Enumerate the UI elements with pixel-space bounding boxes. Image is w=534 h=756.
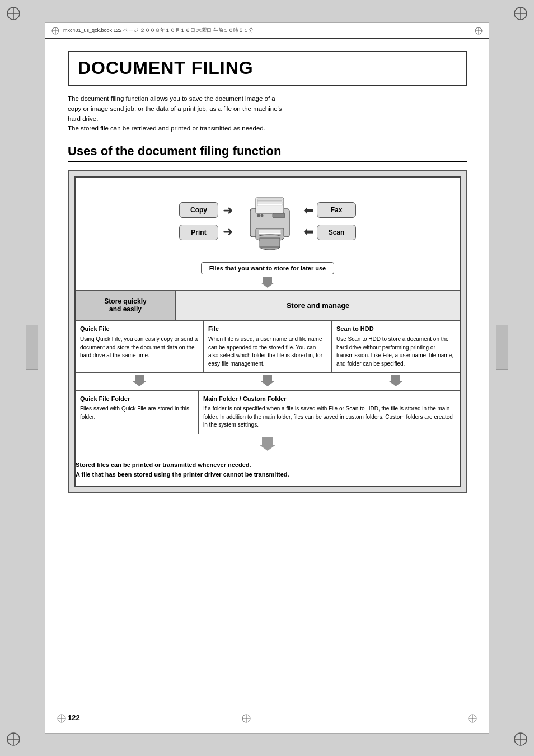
- svg-rect-26: [259, 232, 281, 234]
- copy-button: Copy: [179, 202, 218, 218]
- quick-file-title: Quick File: [80, 325, 199, 332]
- svg-marker-37: [259, 437, 276, 451]
- main-folder-text: If a folder is not specified when a file…: [203, 405, 455, 430]
- quick-file-folder-col: Quick File Folder Files saved with Quick…: [76, 391, 199, 434]
- main-folder-title: Main Folder / Custom Folder: [203, 395, 455, 402]
- inner-reg-tr: [474, 26, 483, 35]
- quick-file-folder-title: Quick File Folder: [80, 395, 194, 402]
- main-content: DOCUMENT FILING The document filing func…: [68, 40, 467, 493]
- arrow-cell-3: [331, 375, 460, 388]
- store-quick-label: Store quickly and easily: [76, 291, 176, 320]
- quick-file-text: Using Quick File, you can easily copy or…: [80, 335, 199, 360]
- arrow-down-svg-1: [261, 277, 274, 288]
- reg-mark-tl: [6, 6, 21, 25]
- print-button: Print: [179, 225, 218, 240]
- svg-rect-22: [257, 201, 282, 203]
- right-sources: Fax Scan: [317, 202, 356, 240]
- title-box: DOCUMENT FILING: [68, 51, 467, 86]
- arrow-cell-2: [204, 375, 332, 388]
- file-text: When File is used, a user name and file …: [208, 335, 327, 368]
- arrow-down-2: [261, 375, 274, 386]
- main-folder-col: Main Folder / Custom Folder If a folder …: [199, 391, 460, 434]
- svg-marker-33: [261, 277, 274, 288]
- footer-line1: Stored files can be printed or transmitt…: [76, 461, 251, 468]
- arrow-down-3: [389, 375, 402, 386]
- printer-image: [242, 186, 298, 255]
- printer-svg: [242, 186, 298, 254]
- scan-hdd-title: Scan to HDD: [336, 325, 455, 332]
- svg-rect-28: [256, 236, 284, 238]
- right-arrows: ⬅ ⬅: [303, 203, 313, 239]
- page-title: DOCUMENT FILING: [78, 58, 457, 78]
- final-arrow-svg: [259, 437, 276, 451]
- reg-mark-tr: [513, 6, 528, 25]
- reg-mark-br: [513, 731, 528, 750]
- files-label: Files that you want to store for later u…: [201, 262, 334, 274]
- svg-point-31: [257, 214, 260, 217]
- files-label-row: Files that you want to store for later u…: [76, 259, 460, 274]
- bottom-reg-right: [467, 713, 477, 725]
- intro-text: The document filing function allows you …: [68, 94, 467, 134]
- arrow-down-1: [133, 375, 146, 386]
- side-rect-right: [496, 325, 508, 370]
- inner-diagram: Copy Print ➜ ➜: [74, 176, 461, 487]
- quick-file-folder-text: Files saved with Quick File are stored i…: [80, 405, 194, 421]
- svg-marker-35: [261, 375, 274, 386]
- intro-line3: hard drive.: [68, 115, 98, 122]
- svg-marker-34: [133, 375, 146, 386]
- fax-arrow: ⬅: [303, 203, 313, 218]
- footer-text: Stored files can be printed or transmitt…: [76, 455, 460, 486]
- svg-marker-36: [389, 375, 402, 386]
- sources-row: Copy Print ➜ ➜: [76, 178, 460, 259]
- svg-rect-23: [257, 203, 282, 206]
- left-sources: Copy Print: [179, 202, 218, 240]
- quick-file-col: Quick File Using Quick File, you can eas…: [76, 321, 204, 372]
- svg-rect-24: [273, 213, 285, 218]
- diagram-wrapper: Copy Print ➜ ➜: [68, 170, 467, 493]
- final-arrow-row: [76, 434, 460, 455]
- bottom-reg-far-left: [57, 713, 67, 725]
- file-col: File When File is used, a user name and …: [204, 321, 332, 372]
- arrows-row: [76, 373, 460, 390]
- bottom-reg-left: [241, 713, 251, 725]
- scan-hdd-text: Use Scan to HDD to store a document on t…: [336, 335, 455, 368]
- store-manage-label: Store and manage: [176, 291, 460, 320]
- down-arrow-1: [76, 274, 460, 290]
- inner-reg-tl: [51, 26, 60, 35]
- reg-mark-bl: [6, 731, 21, 750]
- section-heading: Uses of the document filing function: [68, 144, 467, 162]
- svg-rect-21: [257, 199, 282, 201]
- svg-point-32: [261, 214, 264, 217]
- arrow-cell-1: [76, 375, 204, 388]
- intro-line2: copy or image send job, or the data of a…: [68, 105, 282, 112]
- svg-rect-25: [259, 230, 281, 232]
- print-arrow: ➜: [223, 225, 233, 239]
- bottom-row: Quick File Folder Files saved with Quick…: [76, 390, 460, 434]
- svg-rect-30: [260, 238, 280, 247]
- scan-hdd-col: Scan to HDD Use Scan to HDD to store a d…: [332, 321, 460, 372]
- footer-line2: A file that has been stored using the pr…: [76, 471, 289, 478]
- left-arrows: ➜ ➜: [223, 203, 233, 239]
- scan-arrow: ⬅: [303, 225, 313, 239]
- side-rect-left: [26, 325, 38, 370]
- scan-button: Scan: [317, 225, 356, 240]
- three-columns: Quick File Using Quick File, you can eas…: [76, 321, 460, 373]
- intro-line4: The stored file can be retrieved and pri…: [68, 125, 265, 132]
- fax-button: Fax: [317, 202, 356, 218]
- copy-arrow: ➜: [223, 203, 233, 218]
- page: mxc401_us_qck.book 122 ページ ２００８年１０月１６日 木…: [45, 22, 489, 734]
- header-strip: mxc401_us_qck.book 122 ページ ２００８年１０月１６日 木…: [45, 23, 489, 39]
- store-row: Store quickly and easily Store and manag…: [76, 290, 460, 321]
- page-number: 122: [68, 713, 80, 722]
- file-title: File: [208, 325, 327, 332]
- intro-line1: The document filing function allows you …: [68, 95, 275, 102]
- header-text: mxc401_us_qck.book 122 ページ ２００８年１０月１６日 木…: [63, 27, 254, 34]
